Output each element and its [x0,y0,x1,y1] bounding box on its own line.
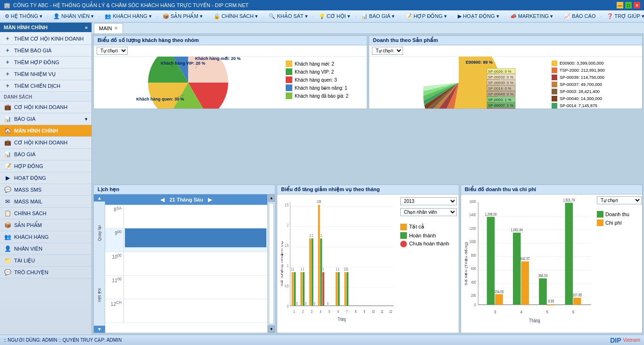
svg-text:2: 2 [287,222,289,227]
task-chart-panel: Biểu đồ tăng giảm nhiệm vụ theo tháng Số… [277,185,459,334]
customer-chart-title: Biểu đồ số lượng khách hàng theo nhóm [94,36,367,45]
sidebar-nav-chinh-sach[interactable]: 📋 CHÍNH SÁCH [0,208,91,219]
sidebar-collapse-icon[interactable]: « [85,25,88,30]
plus-icon: + [4,59,11,66]
svg-text:1: 1 [303,267,305,271]
home-icon: 🏠 [4,127,11,135]
sidebar-nav-bao-gia-1[interactable]: 📊 BÁO GIÁ ▾ [0,113,91,125]
svg-text:1,501.79: 1,501.79 [563,198,575,202]
menu-marketing[interactable]: 📣 MARKETING ▾ [507,12,556,20]
tab-close-icon[interactable]: ✕ [114,25,118,31]
time-label-12: 12CH [105,299,124,322]
svg-rect-112 [495,294,503,304]
svg-text:6: 6 [338,309,339,314]
event-block[interactable] [125,228,266,247]
tab-main[interactable]: MAIN ✕ [94,23,123,34]
calendar-prev-btn[interactable]: ◀ [160,196,165,203]
svg-text:1: 1 [301,267,302,271]
task-chart-title: Biểu đồ tăng giảm nhiệm vụ theo tháng [277,185,458,194]
menu-khach-hang[interactable]: 👥 KHÁCH HÀNG ▾ [102,12,154,20]
sidebar-nav-khach-hang[interactable]: 👥 KHÁCH HÀNG [0,231,91,243]
sidebar-add-bao-gia[interactable]: + THÊM BÁO GIÁ [0,45,91,57]
revenue-pie-wrapper: E00900: 89 % SP-0026: 0 % SP-00032: 0 % … [369,57,642,109]
legend-item: Khách hàng quen: 3 [286,76,363,83]
minimize-button[interactable]: — [617,2,623,8]
legend-label-potential: Khách hàng tiềm năng: 1 [295,85,347,91]
legend-color-e00900 [552,60,557,66]
next-label[interactable]: Kế tiên [97,288,102,302]
menu-nhan-vien[interactable]: 👤 NHÂN VIÊN ▾ [50,12,97,20]
close-button[interactable]: ✕ [634,2,640,8]
menu-tro-giup[interactable]: ❓ TRỢ GIÚP ▾ [604,12,644,20]
menu-bao-gia[interactable]: 📊 BÁO GIÁ ▾ [358,12,397,20]
scroll-right-down[interactable]: ▼ [268,325,275,333]
svg-rect-43 [294,272,296,305]
task-year-dropdown[interactable]: 2013 [400,197,457,205]
revenue-chart-dropdown[interactable]: Tự chọn [372,47,403,55]
sidebar-nav-hop-dong[interactable]: 📝 HỢP ĐỒNG [0,160,91,172]
menu-co-hoi[interactable]: 💡 CƠ HỘI ▾ [316,12,353,20]
task-employee-dropdown[interactable]: Chọn nhân viên [400,208,457,216]
menu-khao-sat[interactable]: 🔍 KHẢO SÁT ▾ [266,12,310,20]
tai-lieu-icon: 📁 [4,257,11,264]
customer-pie-wrapper: Khách hàng VIP: 20 % Khách hàng quen: 30… [94,57,367,109]
plus-icon: + [4,47,11,54]
back-label[interactable]: Quay lại [97,225,102,241]
legend-label-sp14: SP-0014: 7,145,875 [560,103,597,108]
sidebar-nav-mass-mail[interactable]: ✉ MASS MAIL [0,196,91,208]
sidebar-nav-hoat-dong[interactable]: ▶ HOẠT ĐỘNG [0,172,91,184]
sidebar-bao-gia-2-label: BÁO GIÁ [14,151,35,157]
time-slot-12: 12CH [105,299,267,323]
sidebar-nav-co-hoi-1[interactable]: 💼 CƠ HỘI KINH DOANH [0,101,91,113]
title-bar-controls[interactable]: — □ ✕ [617,2,640,8]
svg-rect-23 [487,108,515,109]
legend-item-sp40: SP-00040: 14,300,000 [552,96,638,101]
scroll-right-up[interactable]: ▲ [268,194,275,202]
maximize-button[interactable]: □ [625,2,632,8]
khach-hang-icon: 👥 [4,233,11,241]
title-bar: 🏢 CÔNG TY ABC - HỆ THỐNG QUẢN LÝ & CHĂM … [0,0,644,10]
svg-text:SP-00032: 0 %: SP-00032: 0 % [488,75,513,79]
svg-text:1: 1 [336,267,338,271]
sidebar-co-hoi-2-label: CƠ HỘI KINH DOANH [14,140,67,146]
sidebar-nav-man-hinh-chinh[interactable]: 🏠 MÀN HÌNH CHÍNH [0,125,91,137]
sidebar-add-co-hoi[interactable]: + THÊM CƠ HỘI KINH DOANH [0,33,91,45]
legend-color-tat-ca [400,224,407,230]
menu-hoat-dong[interactable]: ▶ HOẠT ĐỘNG ▾ [455,12,502,20]
legend-doanh-thu: Doanh thu [597,211,640,218]
sidebar-nav-tro-chuyen[interactable]: 💬 TRÒ CHUYỆN [0,267,91,278]
sidebar-nav-bao-gia-2[interactable]: 📊 BÁO GIÁ [0,149,91,160]
sidebar-header: MÀN HÌNH CHÍNH « [0,23,91,32]
sidebar-add-hop-dong[interactable]: + THÊM HỢP ĐỒNG [0,57,91,68]
tab-bar: MAIN ✕ [92,23,644,34]
sidebar-nav-mass-sms[interactable]: 💬 MASS SMS [0,184,91,196]
sidebar-hoat-dong-label: HOẠT ĐỘNG [14,175,46,181]
sidebar-add-chien-dich[interactable]: + THÊM CHIẾN DỊCH [0,80,91,92]
menu-hop-dong[interactable]: 📝 HỢP ĐỒNG ▾ [403,12,450,20]
svg-rect-56 [312,238,314,306]
svg-text:1600: 1600 [469,199,476,203]
menu-he-thong[interactable]: ⚙ HỆ THỐNG ▾ [2,12,45,20]
menu-bao-cao[interactable]: 📈 BÁO CÁO [561,12,598,20]
calendar-scroll-up[interactable]: ▲ [94,194,105,202]
sidebar-add-nhiem-vu[interactable]: + THÊM NHIỆM VỤ [0,68,91,80]
calendar-date-label: 21 Tháng Sáu [169,197,203,202]
svg-text:6: 6 [572,309,574,314]
menu-san-pham[interactable]: 📦 SẢN PHẨM ▾ [160,12,206,20]
svg-text:5: 5 [329,309,330,314]
title-bar-left: 🏢 CÔNG TY ABC - HỆ THỐNG QUẢN LÝ & CHĂM … [4,2,248,8]
sidebar-nav-san-pham[interactable]: 📦 SẢN PHẨM [0,219,91,231]
svg-rect-75 [338,272,340,305]
customer-chart-dropdown[interactable]: Tự chọn [97,47,128,55]
menu-chinh-sach[interactable]: 🔒 CHÍNH SÁCH ▾ [211,12,261,20]
calendar-next-btn[interactable]: ▶ [208,196,212,203]
sidebar-nav-co-hoi-2[interactable]: 💼 CƠ HỘI KINH DOANH [0,137,91,149]
sidebar-nav-tai-lieu[interactable]: 📁 TÀI LIỆU [0,255,91,267]
hoat-dong-icon: ▶ [4,174,11,182]
sidebar-nav-nhan-vien[interactable]: 👤 NHÂN VIÊN [0,243,91,255]
calendar-right-scroll: ▲ ▼ [267,194,275,333]
calendar-content: ▲ Quay lại Kế tiên ▼ ◀ 21 Tháng Sáu ▶ [94,194,275,333]
rev-exp-dropdown[interactable]: Tự chọn [597,196,642,204]
time-content-9 [124,228,267,252]
calendar-scroll-down[interactable]: ▼ [94,326,105,333]
